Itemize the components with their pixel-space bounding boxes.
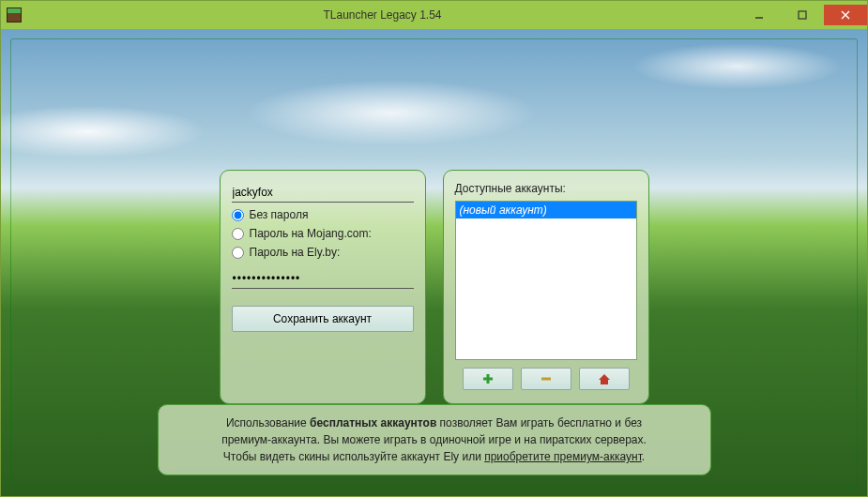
home-icon <box>598 372 611 385</box>
close-icon <box>841 10 850 20</box>
svg-marker-7 <box>599 374 610 384</box>
premium-link[interactable]: приобретите премиум-аккаунт <box>484 450 642 463</box>
info-text-1a: Использование <box>226 416 310 429</box>
radio-mojang[interactable]: Пароль на Mojang.com: <box>232 227 414 240</box>
minimize-button[interactable] <box>738 5 781 25</box>
radio-ely-label: Пароль на Ely.by: <box>250 246 341 259</box>
app-window: TLauncher Legacy 1.54 Без пароля <box>0 0 868 497</box>
radio-no-password[interactable]: Без пароля <box>232 208 414 221</box>
plus-icon <box>481 372 495 385</box>
content-area: Без пароля Пароль на Mojang.com: Пароль … <box>1 29 867 496</box>
auth-mode-group: Без пароля Пароль на Mojang.com: Пароль … <box>232 208 414 259</box>
window-title: TLauncher Legacy 1.54 <box>27 8 738 22</box>
maximize-button[interactable] <box>781 5 824 25</box>
save-account-button[interactable]: Сохранить аккаунт <box>232 306 414 332</box>
radio-mojang-input[interactable] <box>232 228 244 240</box>
info-box: Использование бесплатных аккаунтов позво… <box>158 404 711 475</box>
radio-no-password-input[interactable] <box>232 209 244 221</box>
accounts-buttons <box>455 368 637 390</box>
info-text-3a: Чтобы видеть скины используйте аккаунт E… <box>223 450 484 463</box>
info-text-2: премиум-аккаунта. Вы можете играть в оди… <box>221 433 647 446</box>
titlebar: TLauncher Legacy 1.54 <box>1 1 867 29</box>
remove-account-button[interactable] <box>521 368 571 390</box>
password-input[interactable] <box>232 268 414 289</box>
radio-mojang-label: Пароль на Mojang.com: <box>250 227 372 240</box>
info-text-bold: бесплатных аккаунтов <box>310 416 440 429</box>
login-panel: Без пароля Пароль на Mojang.com: Пароль … <box>220 170 426 404</box>
accounts-panel: Доступные аккаунты: (новый аккаунт) <box>443 170 649 404</box>
username-input[interactable] <box>232 182 414 203</box>
radio-ely-input[interactable] <box>232 247 244 259</box>
minus-icon <box>540 372 553 385</box>
add-account-button[interactable] <box>463 368 513 390</box>
info-text-1b: позволяет Вам играть бесплатно и без <box>440 416 642 429</box>
app-icon <box>7 8 22 23</box>
maximize-icon <box>798 10 807 20</box>
radio-ely[interactable]: Пароль на Ely.by: <box>232 246 414 259</box>
list-item[interactable]: (новый аккаунт) <box>456 202 636 218</box>
window-buttons <box>738 5 867 25</box>
minimize-icon <box>754 10 764 20</box>
accounts-listbox[interactable]: (новый аккаунт) <box>455 201 637 360</box>
accounts-label: Доступные аккаунты: <box>455 182 637 195</box>
close-button[interactable] <box>824 5 867 25</box>
panels-row: Без пароля Пароль на Mojang.com: Пароль … <box>220 170 649 404</box>
home-button[interactable] <box>579 368 630 390</box>
radio-no-password-label: Без пароля <box>250 208 309 221</box>
info-text-3b: . <box>642 450 645 463</box>
svg-rect-1 <box>799 11 806 19</box>
